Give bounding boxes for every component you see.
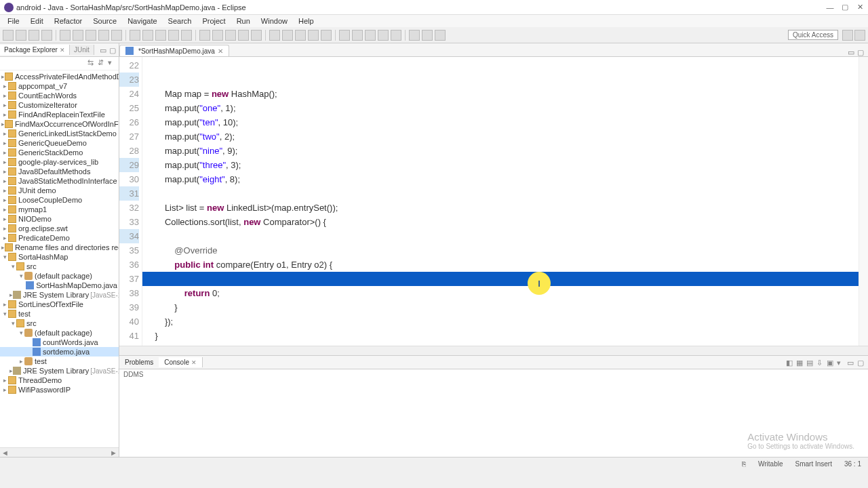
- menu-source[interactable]: Source: [88, 16, 121, 26]
- tree-item[interactable]: ▸CustomizeIterator: [0, 100, 119, 110]
- close-icon[interactable]: ✕: [60, 47, 65, 54]
- perspective-java-icon[interactable]: [842, 30, 853, 41]
- toolbar-icon-5[interactable]: [73, 30, 83, 41]
- perspective-ddms-icon[interactable]: [854, 30, 865, 41]
- panel-maximize-icon[interactable]: ▢: [857, 359, 865, 367]
- toolbar-icon-7[interactable]: [98, 30, 109, 41]
- maximize-button[interactable]: ▢: [841, 3, 849, 12]
- code-line-23[interactable]: map.put("one", 1);: [142, 101, 859, 115]
- tree-item[interactable]: ▸test: [0, 357, 119, 366]
- tree-item[interactable]: ▾src: [0, 262, 119, 271]
- console-display-icon[interactable]: ▦: [796, 359, 804, 367]
- tree-item[interactable]: SortHashMapDemo.java: [0, 281, 119, 290]
- console-pin-icon[interactable]: ◧: [786, 359, 794, 367]
- view-menu-icon[interactable]: ▾: [108, 58, 116, 66]
- menu-search[interactable]: Search: [163, 16, 197, 26]
- tab-console[interactable]: Console ✕: [159, 357, 203, 367]
- toolbar-icon-21[interactable]: [295, 30, 306, 41]
- toolbar-icon-1[interactable]: [16, 30, 26, 41]
- code-line-28[interactable]: map.put("eight", 8);: [142, 172, 859, 186]
- toolbar-icon-8[interactable]: [111, 30, 122, 41]
- tree-item[interactable]: ▸google-play-services_lib: [0, 157, 119, 167]
- console-open-icon[interactable]: ▣: [827, 359, 835, 367]
- toolbar-icon-19[interactable]: [269, 30, 280, 41]
- tree-scrollbar[interactable]: ◄►: [0, 447, 119, 457]
- tree-item[interactable]: ▾test: [0, 309, 119, 319]
- tree-item[interactable]: ▸WifiPasswordIP: [0, 385, 119, 394]
- tree-item[interactable]: ▸Java8StaticMethodInInterface: [0, 176, 119, 186]
- toolbar-icon-3[interactable]: [41, 30, 52, 41]
- overview-ruler[interactable]: [859, 57, 868, 346]
- toolbar-icon-16[interactable]: [225, 30, 236, 41]
- code-line-27[interactable]: map.put("three", 3);: [142, 158, 859, 172]
- toolbar-icon-22[interactable]: [308, 30, 319, 41]
- code-line-30[interactable]: List> list = new LinkedList>(map.entrySe…: [142, 201, 859, 215]
- menu-window[interactable]: Window: [256, 16, 292, 26]
- tree-item[interactable]: ▸SortLinesOfTextFile: [0, 300, 119, 309]
- code-line-24[interactable]: map.put("ten", 10);: [142, 115, 859, 129]
- tree-item[interactable]: ▸NIODemo: [0, 214, 119, 224]
- tree-item[interactable]: ▾src: [0, 319, 119, 328]
- tree-item[interactable]: ▸CountEachWords: [0, 91, 119, 100]
- toolbar-icon-0[interactable]: [3, 30, 14, 41]
- code-editor[interactable]: 2223242526272829303132333435363738394041…: [119, 57, 868, 346]
- code-line-36[interactable]: return 0;: [142, 286, 859, 300]
- tree-item[interactable]: ▸GenericStackDemo: [0, 148, 119, 157]
- collapse-all-icon[interactable]: ⇆: [87, 58, 96, 66]
- minimize-view-icon[interactable]: ▭: [100, 46, 108, 54]
- code-line-38[interactable]: });: [142, 314, 859, 329]
- toolbar-icon-9[interactable]: [130, 30, 140, 41]
- close-tab-icon[interactable]: ✕: [218, 47, 223, 55]
- tree-item[interactable]: ▸FindMaxOccurrenceOfWordInFile: [0, 119, 119, 129]
- maximize-view-icon[interactable]: ▢: [109, 46, 117, 54]
- code-line-31[interactable]: Collections.sort(list, new Comparator>()…: [142, 215, 859, 229]
- code-content[interactable]: Map map = new HashMap(); map.put("one", …: [142, 57, 859, 346]
- menu-help[interactable]: Help: [294, 16, 319, 26]
- tree-item[interactable]: ▾(default package): [0, 271, 119, 281]
- tree-item[interactable]: ▸LooseCoupleDemo: [0, 195, 119, 205]
- toolbar-icon-29[interactable]: [409, 30, 420, 41]
- console-clear-icon[interactable]: ▤: [806, 359, 814, 367]
- editor-minimize-icon[interactable]: ▭: [848, 48, 856, 56]
- toolbar-icon-13[interactable]: [181, 30, 192, 41]
- tree-item[interactable]: ▸PredicateDemo: [0, 233, 119, 243]
- code-line-37[interactable]: }: [142, 300, 859, 314]
- tree-item[interactable]: ▸Rename files and directories recursivel…: [0, 243, 119, 252]
- code-line-39[interactable]: }: [142, 329, 859, 343]
- toolbar-icon-20[interactable]: [282, 30, 293, 41]
- menu-file[interactable]: File: [3, 16, 24, 26]
- project-tree[interactable]: ▸AccessPrivateFiledAndMethodDemo▸appcomp…: [0, 70, 119, 447]
- toolbar-icon-18[interactable]: [251, 30, 262, 41]
- code-line-33[interactable]: @Override: [142, 243, 859, 258]
- toolbar-icon-14[interactable]: [199, 30, 210, 41]
- code-line-26[interactable]: map.put("nine", 9);: [142, 144, 859, 158]
- code-line-34[interactable]: public int compare(Entry o1, Entry o2) {: [142, 258, 859, 272]
- editor-maximize-icon[interactable]: ▢: [857, 48, 865, 56]
- toolbar-icon-12[interactable]: [168, 30, 179, 41]
- toolbar-icon-2[interactable]: [28, 30, 39, 41]
- toolbar-icon-6[interactable]: [85, 30, 96, 41]
- tree-item[interactable]: ▾(default package): [0, 328, 119, 338]
- menu-navigate[interactable]: Navigate: [123, 16, 161, 26]
- console-dropdown-icon[interactable]: ▾: [837, 359, 845, 367]
- toolbar-icon-31[interactable]: [435, 30, 446, 41]
- menu-refactor[interactable]: Refactor: [50, 16, 87, 26]
- toolbar-icon-4[interactable]: [60, 30, 71, 41]
- toolbar-icon-27[interactable]: [378, 30, 389, 41]
- tab-junit[interactable]: JUnit: [70, 45, 94, 55]
- toolbar-icon-24[interactable]: [339, 30, 350, 41]
- toolbar-icon-10[interactable]: [142, 30, 153, 41]
- close-icon[interactable]: ✕: [191, 359, 197, 366]
- tree-item[interactable]: ▾SortaHashMap: [0, 252, 119, 262]
- quick-access[interactable]: Quick Access: [788, 30, 838, 40]
- code-line-25[interactable]: map.put("two", 2);: [142, 129, 859, 144]
- code-line-29[interactable]: [142, 186, 859, 201]
- tree-item[interactable]: ▸JRE System Library[JavaSE-1.8]: [0, 290, 119, 300]
- code-line-35[interactable]: [142, 272, 859, 286]
- toolbar-icon-25[interactable]: [352, 30, 363, 41]
- toolbar-icon-23[interactable]: [321, 30, 332, 41]
- tree-item[interactable]: ▸FindAndReplaceinTextFile: [0, 110, 119, 119]
- tree-item[interactable]: ▸org.eclipse.swt: [0, 224, 119, 233]
- toolbar-icon-28[interactable]: [391, 30, 401, 41]
- tree-item[interactable]: ▸ThreadDemo: [0, 375, 119, 385]
